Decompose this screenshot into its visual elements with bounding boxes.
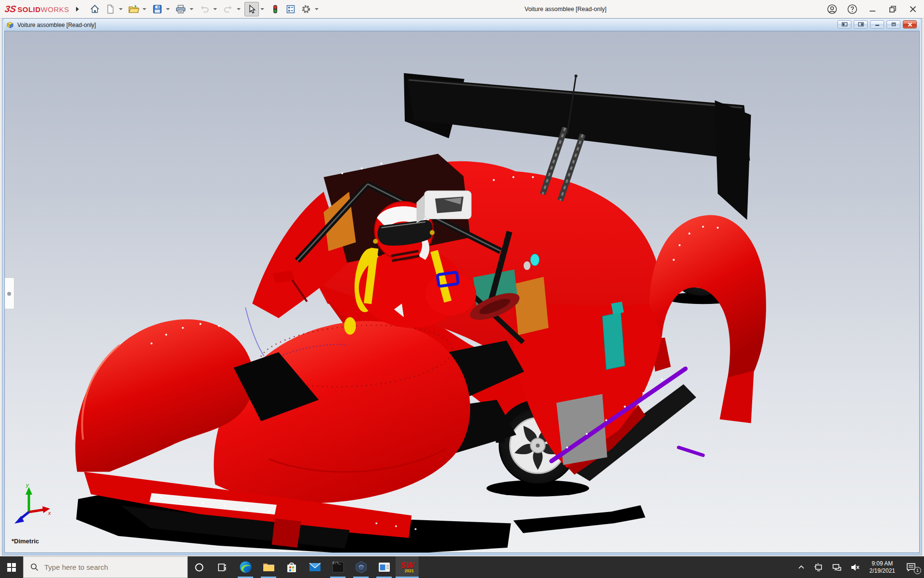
help-button[interactable] [846, 3, 859, 15]
chevron-up-icon [797, 564, 805, 571]
notification-badge: 1 [914, 567, 921, 574]
new-document-button[interactable] [103, 2, 117, 16]
3d-model-race-car[interactable] [5, 31, 919, 552]
clock-time: 9:09 AM [872, 560, 893, 567]
task-view-icon [218, 563, 227, 572]
network-ethernet-icon [832, 563, 842, 572]
open-button[interactable] [127, 2, 141, 16]
taskbar-app-window[interactable] [372, 556, 396, 578]
undo-button[interactable] [197, 2, 212, 16]
view-orientation-label: *Dimetric [12, 538, 39, 545]
save-icon [152, 4, 163, 14]
options-button[interactable] [299, 2, 313, 16]
doc-minimize-button[interactable] [870, 20, 884, 28]
cyan-button [530, 254, 539, 265]
print-button[interactable] [174, 2, 188, 16]
pane-right-icon [858, 22, 864, 26]
menu-flyout-arrow-icon[interactable] [76, 7, 79, 12]
taskbar-search[interactable] [23, 556, 188, 578]
app-window-controls [826, 0, 919, 18]
open-dropdown-caret[interactable] [142, 8, 146, 10]
options-gear-icon [301, 4, 311, 14]
windows-logo-icon [7, 563, 16, 572]
pane-left-icon [842, 22, 847, 26]
rear-fender[interactable] [649, 215, 766, 423]
undo-dropdown-caret[interactable] [213, 8, 217, 10]
save-dropdown-caret[interactable] [166, 8, 170, 10]
file-explorer-icon [262, 561, 275, 574]
open-folder-icon [128, 4, 140, 14]
select-dropdown-caret[interactable] [260, 8, 264, 10]
clock-date: 2/19/2021 [870, 567, 895, 574]
search-icon [30, 563, 38, 571]
account-button[interactable] [826, 3, 838, 15]
solidworks-app: 3S SOLID WORKS [0, 0, 924, 578]
tray-clock[interactable]: 9:09 AM 2/19/2021 [867, 556, 898, 578]
taskbar-app-file-explorer[interactable] [257, 556, 280, 578]
app-titlebar: 3S SOLID WORKS [0, 0, 924, 18]
close-button[interactable] [907, 3, 919, 15]
redo-button[interactable] [221, 2, 235, 16]
task-view-button[interactable] [211, 556, 234, 578]
rebuild-traffic-light-icon [270, 4, 281, 14]
edge-icon [239, 561, 252, 574]
tray-cast-button[interactable] [812, 556, 825, 578]
document-window-controls [837, 20, 917, 28]
window-app-icon [378, 561, 391, 574]
file-properties-button[interactable] [283, 2, 298, 16]
pane-right-button[interactable] [854, 20, 868, 28]
doc-restore-button[interactable] [886, 20, 900, 28]
windows-taskbar: C:\_ SW 2021 [0, 556, 924, 578]
options-dropdown-caret[interactable] [315, 8, 319, 10]
tray-volume-button[interactable] [848, 556, 862, 578]
document-titlebar[interactable]: Voiture assomblee [Read-only] [4, 19, 920, 31]
redo-icon [223, 4, 233, 14]
quick-access-toolbar [88, 2, 321, 16]
solidworks-taskbar-glyph: SW [400, 562, 413, 569]
home-icon [90, 4, 100, 14]
search-input[interactable] [43, 563, 168, 572]
print-dropdown-caret[interactable] [190, 8, 193, 10]
triad-y-label: y [26, 482, 29, 488]
microsoft-store-icon [285, 561, 298, 574]
doc-close-icon [907, 22, 913, 27]
restore-icon [887, 4, 898, 14]
cast-display-icon [814, 563, 823, 572]
redo-dropdown-caret[interactable] [237, 8, 241, 10]
restore-button[interactable] [886, 3, 899, 15]
home-button[interactable] [88, 2, 102, 16]
feature-manager-collapsed-tab[interactable] [5, 277, 14, 309]
cortana-button[interactable] [188, 556, 211, 578]
start-button[interactable] [0, 556, 23, 578]
action-center-button[interactable]: 1 [903, 556, 919, 578]
system-tray: 9:09 AM 2/19/2021 1 [796, 556, 924, 578]
graphics-viewport[interactable]: y x *Dimetric [4, 31, 920, 553]
assembly-document-icon [6, 21, 14, 29]
pane-left-button[interactable] [837, 20, 851, 28]
select-button[interactable] [244, 2, 259, 16]
orientation-triad: y x [13, 482, 53, 530]
taskbar-app-command-prompt[interactable]: C:\_ [326, 556, 349, 578]
save-button[interactable] [150, 2, 165, 16]
doc-minimize-icon [874, 22, 880, 26]
brand-name-light: WORKS [41, 5, 69, 13]
minimize-button[interactable] [866, 3, 879, 15]
undo-icon [199, 4, 210, 14]
tray-chevron-button[interactable] [796, 556, 807, 578]
taskbar-app-edge[interactable] [234, 556, 257, 578]
taskbar-app-solidworks[interactable]: SW 2021 [396, 556, 419, 578]
document-title: Voiture assomblee [Read-only] [17, 22, 96, 28]
taskbar-app-mail[interactable] [303, 556, 326, 578]
rebuild-button[interactable] [268, 2, 282, 16]
doc-close-button[interactable] [903, 20, 917, 28]
app-title: Voiture assomblee [Read-only] [525, 0, 606, 18]
tray-network-button[interactable] [830, 556, 844, 578]
taskbar-app-hexagon[interactable] [349, 556, 372, 578]
file-properties-icon [285, 4, 296, 14]
new-dropdown-caret[interactable] [119, 8, 123, 10]
mail-icon [308, 561, 321, 574]
doc-restore-icon [891, 22, 897, 26]
taskbar-app-microsoft-store[interactable] [280, 556, 303, 578]
command-prompt-glyph: C:\_ [333, 561, 341, 565]
minimize-icon [867, 4, 878, 14]
